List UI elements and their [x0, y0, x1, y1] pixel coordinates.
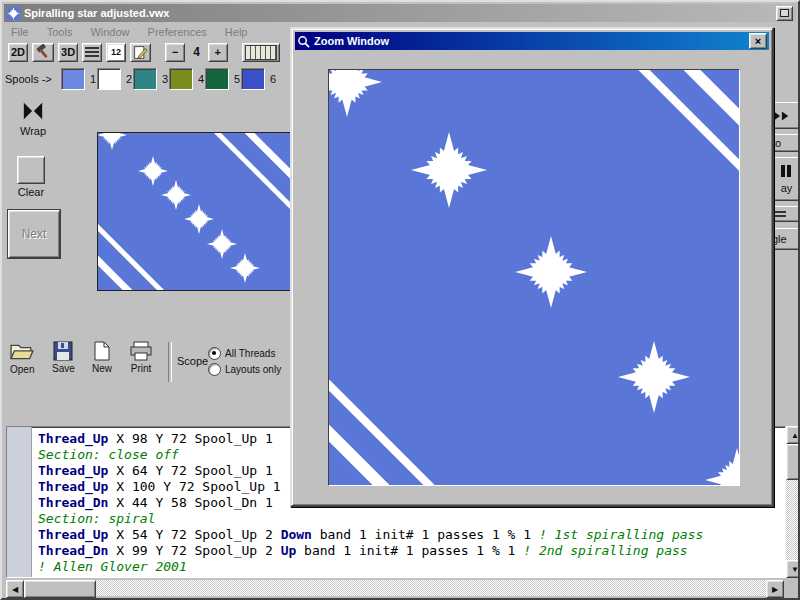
scroll-right-button[interactable]: ▶	[766, 580, 784, 598]
star-shape	[328, 69, 382, 117]
auto-button[interactable]: to	[770, 134, 800, 152]
scroll-left-button[interactable]: ◀	[6, 580, 24, 598]
double-chevron-icon	[772, 110, 790, 122]
tools-hammer-button[interactable]	[32, 43, 54, 62]
scope-layouts-only-option[interactable]: Layouts only	[208, 363, 281, 376]
spool-4-number: 4	[198, 73, 204, 85]
scrollbar-corner	[786, 580, 800, 596]
scroll-down-button[interactable]: ▼	[786, 560, 800, 578]
layouts-only-label: Layouts only	[225, 364, 281, 375]
zoom-level-value: 4	[189, 45, 204, 59]
all-threads-label: All Threads	[225, 348, 275, 359]
play-button[interactable]: ay	[770, 157, 800, 201]
zoom-window[interactable]: Zoom Window ×	[290, 27, 774, 507]
clear-label: Clear	[14, 186, 48, 198]
spool-1[interactable]: 1	[61, 68, 97, 90]
wrap-label: Wrap	[20, 125, 46, 137]
spool-4[interactable]: 4	[169, 68, 205, 90]
ruler-button[interactable]	[242, 43, 280, 62]
spool-2-swatch[interactable]	[97, 68, 121, 90]
zoom-in-button[interactable]: +	[208, 43, 228, 62]
new-label: New	[92, 363, 112, 374]
scroll-up-button[interactable]: ▲	[786, 426, 800, 444]
next-button[interactable]: Next	[8, 210, 60, 258]
console-line: Section: spiral	[38, 511, 785, 527]
spool-5[interactable]: 5	[205, 68, 241, 90]
app-icon	[7, 7, 20, 20]
menu-window[interactable]: Window	[90, 26, 129, 38]
magnifier-icon	[297, 35, 310, 48]
play-label: ay	[781, 182, 793, 194]
menu-preferences[interactable]: Preferences	[148, 26, 207, 38]
star-shape	[97, 132, 127, 150]
radio-all-threads[interactable]	[208, 347, 221, 360]
console-line: Thread_Dn X 99 Y 72 Spool_Up 2 Up band 1…	[38, 543, 785, 559]
edit-pencil-icon	[133, 45, 148, 60]
horizontal-scroll-track[interactable]	[96, 580, 766, 596]
spool-6-number: 6	[270, 73, 276, 85]
menu-file[interactable]: File	[11, 26, 29, 38]
zoom-window-close-button[interactable]: ×	[749, 33, 767, 49]
new-button[interactable]: New	[92, 341, 112, 374]
star-shape	[411, 132, 487, 208]
grid-size-button[interactable]: 12	[106, 43, 126, 62]
print-button[interactable]: Print	[129, 341, 153, 374]
title-bar[interactable]: Spiralling star adjusted.vwx	[4, 4, 796, 22]
open-label: Open	[10, 364, 34, 375]
zoom-out-button[interactable]: −	[165, 43, 185, 62]
spool-6-swatch[interactable]	[241, 68, 265, 90]
save-label: Save	[52, 363, 75, 374]
scope-all-threads-option[interactable]: All Threads	[208, 347, 275, 360]
clear-button[interactable]	[17, 156, 45, 184]
main-window: Spiralling star adjusted.vwx File Tools …	[0, 0, 800, 600]
window-title: Spiralling star adjusted.vwx	[24, 7, 772, 19]
console-line: ! Allen Glover 2001	[38, 559, 785, 575]
3d-view-button[interactable]: 3D	[58, 43, 78, 62]
toolbar: 2D 3D 12 − 4 +	[5, 41, 280, 63]
list-button[interactable]	[770, 206, 800, 222]
lines-icon	[85, 45, 99, 59]
lines-icon	[772, 209, 786, 219]
spool-2-number: 2	[126, 73, 132, 85]
radio-layouts-only[interactable]	[208, 363, 221, 376]
console-margin	[7, 427, 32, 577]
toolbar-separator	[168, 342, 172, 382]
toggle-button[interactable]: gle	[770, 228, 800, 250]
new-document-icon	[94, 341, 110, 361]
spool-5-swatch[interactable]	[205, 68, 229, 90]
save-floppy-icon	[53, 341, 73, 361]
zoom-window-title: Zoom Window	[314, 35, 745, 47]
2d-view-button[interactable]: 2D	[8, 43, 28, 62]
spool-3[interactable]: 3	[133, 68, 169, 90]
restore-icon	[780, 9, 789, 17]
fast-forward-button[interactable]	[770, 102, 800, 129]
vertical-scroll-track[interactable]	[786, 480, 800, 560]
spool-6[interactable]: 6	[241, 68, 277, 90]
star-shape	[705, 448, 740, 486]
spools-label: Spools ->	[5, 73, 61, 85]
star-shape	[618, 341, 690, 413]
star-shape	[230, 253, 260, 283]
horizontal-scrollbar[interactable]: ◀ ▶	[6, 580, 784, 596]
edit-pattern-button[interactable]	[130, 43, 151, 62]
wrap-button[interactable]: Wrap	[14, 100, 52, 146]
spool-3-swatch[interactable]	[133, 68, 157, 90]
spool-2[interactable]: 2	[97, 68, 133, 90]
spool-1-swatch[interactable]	[61, 68, 85, 90]
print-icon	[129, 341, 153, 361]
toggle-label: gle	[772, 233, 787, 245]
horizontal-scroll-thumb[interactable]	[24, 580, 96, 598]
spool-4-swatch[interactable]	[169, 68, 193, 90]
zoom-pattern-view	[328, 69, 740, 486]
pattern-stripe	[474, 69, 740, 330]
layers-button[interactable]	[82, 43, 102, 62]
menu-tools[interactable]: Tools	[47, 26, 73, 38]
pattern-canvas[interactable]	[97, 132, 295, 291]
vertical-scrollbar[interactable]: ▲ ▼	[786, 426, 800, 578]
menu-help[interactable]: Help	[225, 26, 248, 38]
window-control-button[interactable]	[776, 6, 793, 21]
save-button[interactable]: Save	[52, 341, 75, 374]
zoom-window-title-bar[interactable]: Zoom Window ×	[295, 32, 769, 50]
vertical-scroll-thumb[interactable]	[786, 444, 800, 480]
open-button[interactable]: Open	[10, 342, 34, 375]
